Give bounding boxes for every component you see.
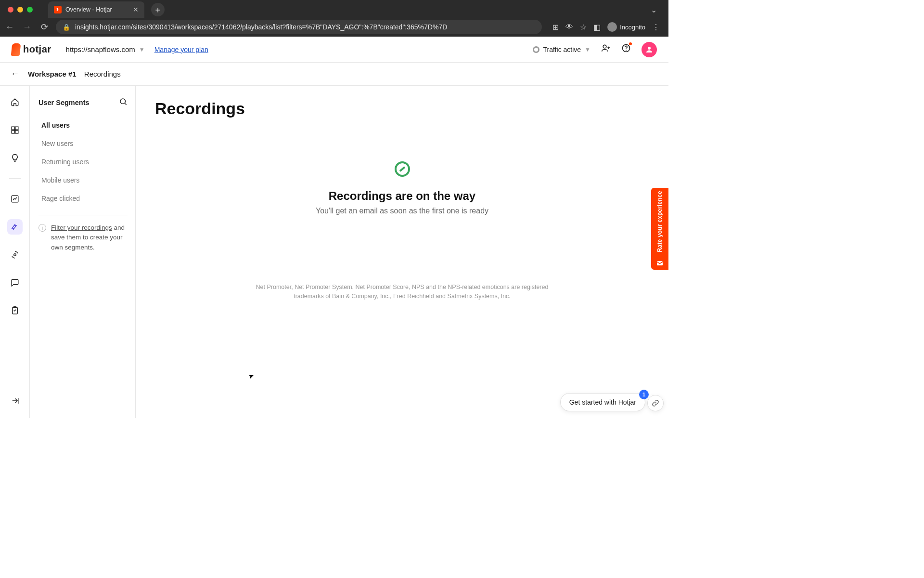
expand-rail-icon[interactable] bbox=[7, 393, 23, 408]
get-started-button[interactable]: Get started with Hotjar 1 bbox=[560, 393, 645, 411]
svg-point-11 bbox=[120, 99, 126, 104]
hotjar-flame-icon bbox=[11, 43, 21, 56]
hotjar-logo[interactable]: hotjar bbox=[12, 43, 51, 56]
search-icon[interactable] bbox=[119, 97, 128, 108]
browser-tab[interactable]: Overview - Hotjar ✕ bbox=[48, 1, 144, 18]
segment-item-mobile-users[interactable]: Mobile users bbox=[38, 171, 128, 189]
segments-panel: User Segments All users New users Return… bbox=[30, 86, 136, 418]
segment-item-returning-users[interactable]: Returning users bbox=[38, 153, 128, 171]
segment-item-rage-clicked[interactable]: Rage clicked bbox=[38, 190, 128, 207]
no-entry-icon bbox=[395, 161, 410, 177]
tab-strip: Overview - Hotjar ✕ ＋ ⌄ bbox=[0, 0, 668, 19]
segment-item-new-users[interactable]: New users bbox=[38, 135, 128, 152]
segments-title: User Segments bbox=[38, 99, 90, 106]
bookmark-star-icon[interactable]: ☆ bbox=[580, 23, 587, 32]
maximize-window-icon[interactable] bbox=[27, 7, 33, 13]
address-bar: ← → ⟳ 🔒 insights.hotjar.com/sites/309041… bbox=[0, 19, 668, 37]
url-input[interactable]: 🔒 insights.hotjar.com/sites/3090413/work… bbox=[56, 20, 542, 34]
nav-feedback-icon[interactable] bbox=[7, 275, 23, 290]
svg-point-2 bbox=[626, 50, 627, 51]
breadcrumb: ← Workspace #1 Recordings bbox=[0, 63, 668, 86]
close-tab-icon[interactable]: ✕ bbox=[133, 6, 139, 13]
chevron-down-icon: ▼ bbox=[585, 46, 590, 53]
reload-button[interactable]: ⟳ bbox=[38, 22, 50, 32]
help-icon[interactable] bbox=[621, 43, 631, 55]
incognito-indicator[interactable]: Incognito bbox=[607, 22, 645, 32]
info-icon: i bbox=[38, 224, 46, 232]
window-menu-icon[interactable]: ⌄ bbox=[651, 5, 665, 14]
panel-icon[interactable]: ◧ bbox=[593, 23, 601, 32]
empty-state: Recordings are on the way You'll get an … bbox=[155, 161, 649, 215]
traffic-status-dropdown[interactable]: Traffic active ▼ bbox=[533, 46, 590, 53]
segment-item-all-users[interactable]: All users bbox=[38, 117, 128, 134]
nav-home-icon[interactable] bbox=[7, 94, 23, 110]
browser-actions: ⊞ 👁︎ ☆ ◧ Incognito ⋮ bbox=[548, 22, 665, 32]
breadcrumb-back-button[interactable]: ← bbox=[11, 69, 19, 79]
incognito-icon bbox=[607, 22, 617, 32]
nav-heatmaps-icon[interactable] bbox=[7, 247, 23, 263]
svg-rect-5 bbox=[15, 127, 18, 130]
tab-title: Overview - Hotjar bbox=[65, 6, 112, 13]
nav-surveys-icon[interactable] bbox=[7, 303, 23, 318]
empty-state-title: Recordings are on the way bbox=[329, 189, 475, 203]
filter-recordings-link[interactable]: Filter your recordings bbox=[51, 224, 112, 231]
minimize-window-icon[interactable] bbox=[17, 7, 23, 13]
page-title: Recordings bbox=[155, 99, 649, 118]
svg-point-9 bbox=[13, 254, 16, 256]
app-header: hotjar https://snapflows.com ▼ Manage yo… bbox=[0, 37, 668, 63]
nav-trends-icon[interactable] bbox=[7, 191, 23, 207]
back-button[interactable]: ← bbox=[4, 22, 15, 32]
profile-avatar[interactable] bbox=[642, 42, 657, 57]
notification-count-badge: 1 bbox=[639, 390, 649, 399]
content-area: Recordings Recordings are on the way You… bbox=[136, 86, 668, 418]
svg-point-0 bbox=[603, 45, 606, 48]
translate-icon[interactable]: ⊞ bbox=[552, 23, 559, 32]
eye-off-icon[interactable]: 👁︎ bbox=[565, 23, 573, 31]
manage-plan-link[interactable]: Manage your plan bbox=[154, 46, 208, 53]
nav-dashboard-icon[interactable] bbox=[7, 122, 23, 138]
traffic-status-icon bbox=[533, 46, 539, 53]
close-window-icon[interactable] bbox=[8, 7, 13, 13]
nav-rail bbox=[0, 86, 30, 418]
svg-rect-6 bbox=[12, 131, 14, 133]
rate-experience-tab[interactable]: Rate your experience bbox=[651, 188, 668, 270]
invite-user-icon[interactable] bbox=[601, 43, 611, 55]
svg-rect-7 bbox=[15, 131, 18, 133]
link-widget-button[interactable] bbox=[647, 395, 664, 411]
empty-state-subtitle: You'll get an email as soon as the first… bbox=[316, 207, 488, 215]
svg-point-3 bbox=[648, 47, 651, 50]
forward-button[interactable]: → bbox=[21, 22, 33, 32]
breadcrumb-workspace[interactable]: Workspace #1 bbox=[28, 70, 77, 78]
lock-icon: 🔒 bbox=[63, 24, 70, 31]
url-text: insights.hotjar.com/sites/3090413/worksp… bbox=[75, 23, 447, 31]
kebab-menu-icon[interactable]: ⋮ bbox=[652, 23, 660, 32]
notification-dot-icon bbox=[629, 42, 632, 45]
site-selector[interactable]: https://snapflows.com ▼ bbox=[66, 45, 145, 53]
nav-highlights-icon[interactable] bbox=[7, 150, 23, 166]
new-tab-button[interactable]: ＋ bbox=[151, 3, 165, 16]
macos-window-controls[interactable] bbox=[4, 7, 37, 13]
legal-footer: Net Promoter, Net Promoter System, Net P… bbox=[253, 283, 552, 301]
breadcrumb-page: Recordings bbox=[84, 70, 121, 78]
nav-recordings-icon[interactable] bbox=[7, 219, 23, 235]
segments-tip: i Filter your recordings and save them t… bbox=[38, 223, 128, 252]
chevron-down-icon: ▼ bbox=[139, 46, 145, 53]
hotjar-favicon-icon bbox=[54, 6, 62, 13]
svg-rect-4 bbox=[12, 127, 14, 130]
browser-chrome: Overview - Hotjar ✕ ＋ ⌄ ← → ⟳ 🔒 insights… bbox=[0, 0, 668, 37]
